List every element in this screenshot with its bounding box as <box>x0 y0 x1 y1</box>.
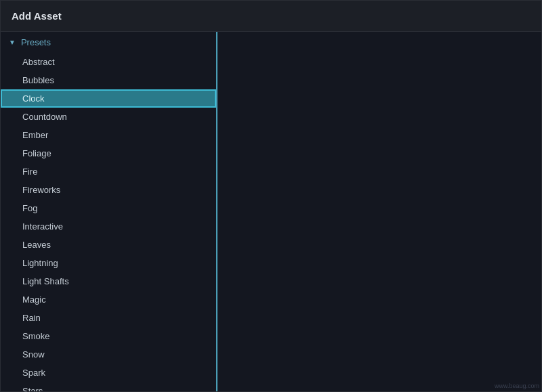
list-item-countdown[interactable]: Countdown <box>1 108 216 126</box>
list-item-fire[interactable]: Fire <box>1 162 216 181</box>
list-item-snow[interactable]: Snow <box>1 345 216 364</box>
main-panel <box>217 32 541 391</box>
list-item-abstract[interactable]: Abstract <box>1 53 216 71</box>
list-item-rain[interactable]: Rain <box>1 309 216 327</box>
list-item-ember[interactable]: Ember <box>1 126 216 144</box>
list-item-light-shafts[interactable]: Light Shafts <box>1 272 216 290</box>
list-item-lightning[interactable]: Lightning <box>1 254 216 272</box>
list-item-stars[interactable]: Stars <box>1 382 216 391</box>
list-item-interactive[interactable]: Interactive <box>1 217 216 236</box>
content-area: ▼PresetsAbstractBubblesClockCountdownEmb… <box>1 32 541 391</box>
list-item-fog[interactable]: Fog <box>1 199 216 217</box>
list-item-magic[interactable]: Magic <box>1 290 216 309</box>
list-item-fireworks[interactable]: Fireworks <box>1 181 216 199</box>
asset-sidebar: ▼PresetsAbstractBubblesClockCountdownEmb… <box>1 32 217 391</box>
dialog-title: Add Asset <box>1 1 541 32</box>
list-item-leaves[interactable]: Leaves <box>1 236 216 254</box>
chevron-down-icon: ▼ <box>9 39 16 46</box>
list-item-bubbles[interactable]: Bubbles <box>1 71 216 89</box>
watermark: www.beaug.com <box>495 383 539 389</box>
list-item-spark[interactable]: Spark <box>1 364 216 382</box>
list-item-foliage[interactable]: Foliage <box>1 144 216 162</box>
section-header-presets[interactable]: ▼Presets <box>1 32 216 53</box>
dialog-container: Add Asset ▼PresetsAbstractBubblesClockCo… <box>0 0 542 392</box>
list-item-clock[interactable]: Clock <box>1 89 216 108</box>
list-item-smoke[interactable]: Smoke <box>1 327 216 345</box>
